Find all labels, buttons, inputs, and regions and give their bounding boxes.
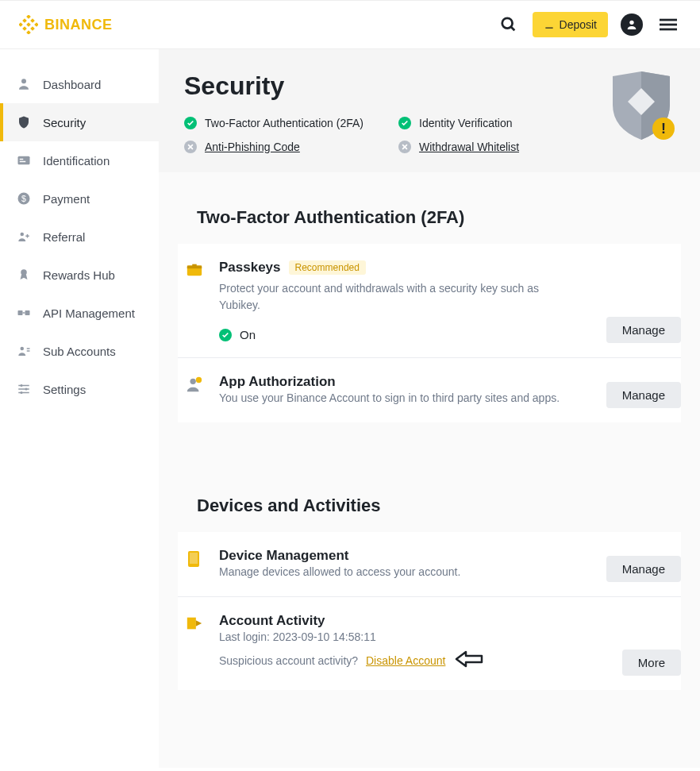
svg-rect-18 <box>20 161 26 163</box>
sidebar-item-api-management[interactable]: API Management <box>0 294 159 332</box>
svg-rect-27 <box>23 312 25 314</box>
svg-rect-4 <box>26 22 31 27</box>
brand-logo[interactable]: BINANCE <box>19 15 113 34</box>
svg-point-9 <box>502 18 512 29</box>
status-identity: Identity Verification <box>398 117 613 129</box>
payment-icon: $ <box>16 191 32 206</box>
sidebar-item-label: Settings <box>43 383 86 396</box>
svg-rect-16 <box>18 156 30 165</box>
sidebar-item-rewards-hub[interactable]: Rewards Hub <box>0 256 159 294</box>
sidebar-item-label: API Management <box>43 306 135 320</box>
setting-title: App Authorization <box>219 374 578 390</box>
status-withdrawal[interactable]: Withdrawal Whitelist <box>398 141 613 153</box>
sidebar-item-label: Identification <box>43 154 110 168</box>
sidebar-item-label: Referral <box>43 230 85 244</box>
sidebar-item-settings[interactable]: Settings <box>0 370 159 408</box>
sidebar-item-label: Payment <box>43 192 90 206</box>
status-antiphishing[interactable]: Anti-Phishing Code <box>184 141 398 153</box>
svg-point-48 <box>196 377 202 383</box>
svg-rect-14 <box>660 29 677 31</box>
manage-button[interactable]: Manage <box>606 382 681 408</box>
svg-point-34 <box>21 384 23 387</box>
binance-icon <box>19 15 38 34</box>
svg-rect-13 <box>660 24 677 26</box>
sidebar-item-label: Sub Accounts <box>43 345 116 358</box>
sidebar-item-label: Security <box>43 116 86 129</box>
svg-rect-3 <box>34 22 38 27</box>
search-button[interactable] <box>496 12 521 37</box>
x-icon <box>184 141 197 153</box>
sidebar-item-sub-accounts[interactable]: Sub Accounts <box>0 332 159 370</box>
section-title: Two-Factor Authentication (2FA) <box>178 191 681 244</box>
sidebar-item-label: Dashboard <box>43 78 101 91</box>
status-link[interactable]: Anti-Phishing Code <box>205 141 300 153</box>
sub-accounts-icon <box>16 343 32 359</box>
suspicious-text: Suspicious account activity? <box>219 654 358 667</box>
svg-point-36 <box>21 391 23 394</box>
setting-title: Device Management <box>219 548 578 564</box>
svg-point-35 <box>25 388 28 391</box>
svg-line-10 <box>510 27 514 31</box>
menu-button[interactable] <box>656 12 681 37</box>
sidebar-item-security[interactable]: Security <box>0 103 159 141</box>
sidebar-item-referral[interactable]: Referral <box>0 218 159 256</box>
id-card-icon <box>16 152 32 168</box>
setting-desc: You use your Binance Account to sign in … <box>219 390 578 407</box>
svg-point-21 <box>21 233 25 237</box>
svg-rect-17 <box>20 159 24 160</box>
sidebar-item-identification[interactable]: Identification <box>0 141 159 179</box>
svg-point-28 <box>21 347 25 351</box>
status-text: On <box>240 328 256 341</box>
svg-rect-1 <box>26 30 31 34</box>
more-button[interactable]: More <box>622 650 681 676</box>
svg-rect-46 <box>192 264 197 268</box>
setting-device-management: Device Management Manage devices allowed… <box>178 532 681 597</box>
section-2fa: Two-Factor Authentication (2FA) Passkeys… <box>159 172 700 422</box>
referral-icon <box>16 229 32 245</box>
profile-button[interactable] <box>619 12 644 37</box>
setting-account-activity: Account Activity Last login: 2023-09-10 … <box>178 597 681 690</box>
rewards-icon <box>16 267 32 283</box>
setting-title: Account Activity <box>219 613 578 629</box>
device-icon <box>186 549 205 572</box>
svg-rect-51 <box>187 618 196 630</box>
svg-rect-7 <box>22 26 27 31</box>
status-2fa: Two-Factor Authentication (2FA) <box>184 117 398 129</box>
page-title: Security <box>184 71 675 101</box>
activity-icon <box>186 615 205 635</box>
sidebar-item-dashboard[interactable]: Dashboard <box>0 65 159 103</box>
security-status-grid: Two-Factor Authentication (2FA) Identity… <box>184 117 675 153</box>
svg-rect-32 <box>18 388 29 390</box>
svg-rect-8 <box>30 26 35 31</box>
section-devices: Devices and Activities Device Management… <box>159 461 700 690</box>
deposit-button[interactable]: Deposit <box>533 12 608 37</box>
header-actions: Deposit <box>496 12 681 37</box>
svg-rect-33 <box>18 392 29 394</box>
x-icon <box>398 141 411 153</box>
check-icon <box>398 117 411 129</box>
svg-rect-5 <box>22 18 27 23</box>
setting-desc: Protect your account and withdrawals wit… <box>219 280 578 314</box>
setting-passkeys: Passkeys Recommended Protect your accoun… <box>178 244 681 358</box>
manage-button[interactable]: Manage <box>606 556 681 582</box>
passkey-icon <box>186 261 205 282</box>
avatar-icon <box>621 13 643 36</box>
disable-account-link[interactable]: Disable Account <box>366 654 445 667</box>
search-icon <box>500 16 517 33</box>
status-link[interactable]: Withdrawal Whitelist <box>419 141 519 153</box>
svg-rect-2 <box>19 22 23 27</box>
sidebar-item-payment[interactable]: $ Payment <box>0 179 159 218</box>
setting-app-auth: App Authorization You use your Binance A… <box>178 358 681 422</box>
recommended-badge: Recommended <box>289 260 366 275</box>
setting-status: On <box>219 328 578 341</box>
manage-button[interactable]: Manage <box>606 317 681 343</box>
deposit-label: Deposit <box>560 18 597 31</box>
svg-rect-50 <box>190 553 198 564</box>
svg-rect-6 <box>30 18 35 23</box>
setting-title: Passkeys <box>219 260 281 276</box>
security-shield-badge: ! <box>608 71 675 146</box>
section-title: Devices and Activities <box>178 480 681 532</box>
svg-rect-25 <box>18 310 23 315</box>
svg-text:!: ! <box>661 121 666 137</box>
pointer-arrow-annotation <box>455 649 485 674</box>
